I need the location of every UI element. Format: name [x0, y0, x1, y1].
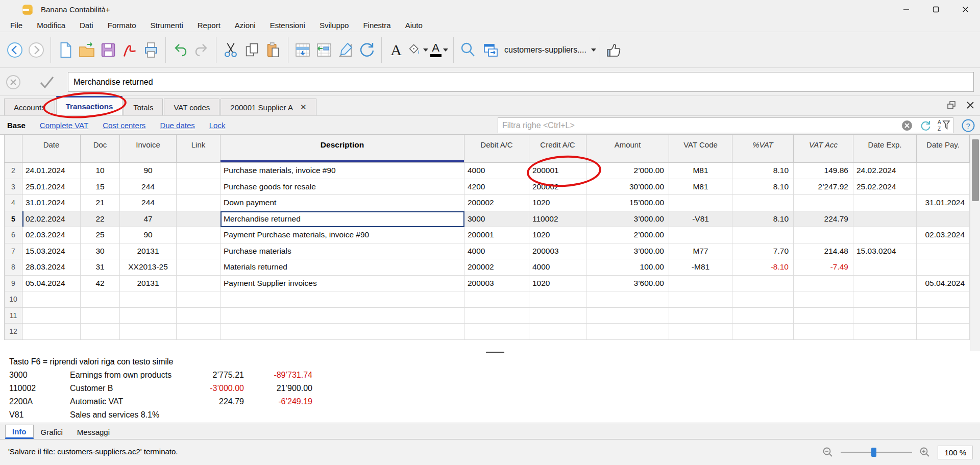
view-tab-complete-vat[interactable]: Complete VAT — [40, 121, 88, 130]
cell-date[interactable]: 02.02.2024 — [22, 211, 81, 228]
cell-doc[interactable]: 15 — [81, 179, 120, 195]
cell-credit[interactable]: 200001 — [529, 163, 586, 179]
cell-date-pay[interactable] — [917, 291, 970, 308]
cell-date-pay[interactable] — [917, 243, 970, 260]
cell-vat-acc[interactable]: -7.49 — [794, 259, 853, 276]
cell-link[interactable] — [177, 259, 220, 276]
cell-invoice[interactable]: 20131 — [120, 243, 177, 260]
bottom-tab-messaggi[interactable]: Messaggi — [70, 425, 117, 439]
row-number[interactable]: 4 — [4, 195, 22, 211]
column-header-date[interactable]: Date — [22, 135, 81, 163]
clear-filter-icon[interactable] — [898, 118, 916, 133]
cell-date-exp[interactable] — [853, 211, 917, 228]
cell-credit[interactable] — [529, 291, 586, 308]
cell-pct-vat[interactable] — [732, 324, 794, 340]
cell-pct-vat[interactable] — [732, 276, 794, 292]
tab-accounts[interactable]: Accounts — [4, 99, 55, 115]
copy-icon[interactable] — [241, 37, 263, 63]
cell-vat-code[interactable] — [669, 291, 732, 308]
row-number[interactable]: 10 — [4, 291, 22, 308]
cell-date-pay[interactable]: 31.01.2024 — [917, 195, 970, 211]
cell-invoice[interactable]: 47 — [120, 211, 177, 228]
cell-edit-input[interactable] — [68, 72, 974, 92]
cell-vat-code[interactable] — [669, 276, 732, 292]
cell-date[interactable] — [22, 291, 81, 308]
chevron-down-icon[interactable] — [443, 48, 448, 52]
view-selector[interactable]: customers-suppliers.... — [482, 41, 596, 59]
cell-description[interactable] — [220, 291, 464, 308]
cell-invoice[interactable] — [120, 291, 177, 308]
redo-icon[interactable] — [191, 37, 212, 63]
close-view-icon[interactable] — [966, 101, 975, 110]
cell-amount[interactable]: 2’000.00 — [586, 163, 669, 179]
zoom-slider[interactable] — [841, 447, 912, 457]
bottom-tab-info[interactable]: Info — [5, 425, 34, 439]
restore-window-icon[interactable] — [946, 100, 957, 110]
cell-debit[interactable]: 200003 — [464, 276, 529, 292]
cell-debit[interactable]: 3000 — [464, 211, 529, 228]
text-color-icon[interactable]: A — [428, 37, 450, 63]
cell-credit[interactable] — [529, 324, 586, 340]
cell-debit[interactable] — [464, 291, 529, 308]
column-header-pct-vat[interactable]: %VAT — [732, 135, 794, 163]
column-header-date-pay[interactable]: Date Pay. — [917, 135, 970, 163]
cell-pct-vat[interactable] — [732, 195, 794, 211]
cell-vat-acc[interactable] — [794, 276, 853, 292]
cell-vat-acc[interactable]: 224.79 — [794, 211, 853, 228]
cell-amount[interactable]: 3’000.00 — [586, 211, 669, 228]
menu-strumenti[interactable]: Strumenti — [143, 19, 190, 32]
cell-link[interactable] — [177, 163, 220, 179]
minimize-button[interactable] — [891, 0, 921, 19]
cell-date[interactable]: 25.01.2024 — [22, 179, 81, 195]
cell-amount[interactable]: 15’000.00 — [586, 195, 669, 211]
cell-doc[interactable]: 30 — [81, 243, 120, 260]
column-header-debit[interactable]: Debit A/C — [464, 135, 529, 163]
like-icon[interactable] — [604, 37, 625, 63]
export-pdf-icon[interactable] — [119, 37, 140, 63]
menu-formato[interactable]: Formato — [101, 19, 143, 32]
column-header-doc[interactable]: Doc — [81, 135, 120, 163]
cell-date[interactable]: 24.01.2024 — [22, 163, 81, 179]
cell-link[interactable] — [177, 195, 220, 211]
design-mode-icon[interactable] — [335, 37, 356, 63]
cell-credit[interactable]: 1020 — [529, 195, 586, 211]
column-header-vat-code[interactable]: VAT Code — [669, 135, 732, 163]
print-icon[interactable] — [140, 37, 162, 63]
cell-debit[interactable]: 4200 — [464, 179, 529, 195]
background-color-icon[interactable] — [407, 37, 428, 63]
column-header-rownum[interactable] — [4, 135, 22, 163]
cell-debit[interactable] — [464, 308, 529, 324]
tab-totals[interactable]: Totals — [124, 99, 163, 115]
row-number[interactable]: 5 — [4, 211, 22, 228]
cell-date-exp[interactable] — [853, 276, 917, 292]
cell-date-exp[interactable] — [853, 195, 917, 211]
row-number[interactable]: 12 — [4, 324, 22, 340]
zoom-in-icon[interactable] — [919, 447, 930, 458]
cell-description[interactable]: Merchandise returned — [220, 211, 464, 228]
cell-debit[interactable] — [464, 324, 529, 340]
cell-date[interactable] — [22, 308, 81, 324]
cell-description[interactable] — [220, 308, 464, 324]
zoom-out-icon[interactable] — [822, 447, 834, 458]
cell-vat-code[interactable] — [669, 227, 732, 243]
cell-invoice[interactable]: 90 — [120, 227, 177, 243]
save-icon[interactable] — [97, 37, 119, 63]
cell-description[interactable]: Down payment — [220, 195, 464, 211]
column-header-invoice[interactable]: Invoice — [120, 135, 177, 163]
search-icon[interactable] — [457, 37, 479, 63]
cell-amount[interactable]: 100.00 — [586, 259, 669, 276]
cell-amount[interactable]: 3’000.00 — [586, 243, 669, 260]
row-number[interactable]: 7 — [4, 243, 22, 260]
cell-pct-vat[interactable]: 8.10 — [732, 163, 794, 179]
row-number[interactable]: 11 — [4, 308, 22, 324]
menu-modifica[interactable]: Modifica — [30, 19, 72, 32]
cell-description[interactable]: Purchase materials, invoice #90 — [220, 163, 464, 179]
cell-vat-code[interactable]: -M81 — [669, 259, 732, 276]
row-number[interactable]: 6 — [4, 227, 22, 243]
cut-icon[interactable] — [220, 37, 241, 63]
cell-debit[interactable]: 200002 — [464, 195, 529, 211]
cell-credit[interactable]: 200003 — [529, 243, 586, 260]
cell-pct-vat[interactable]: 8.10 — [732, 179, 794, 195]
bottom-tab-grafici[interactable]: Grafici — [34, 425, 70, 439]
scrollbar-thumb[interactable] — [972, 139, 979, 201]
